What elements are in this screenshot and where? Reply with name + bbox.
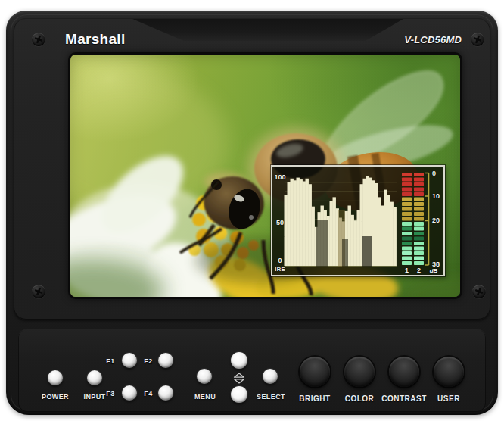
f4-button[interactable] bbox=[158, 385, 173, 401]
ire-unit-label: IRE bbox=[273, 266, 287, 273]
bright-knob[interactable] bbox=[300, 357, 330, 387]
channel-2-label: 2 bbox=[414, 267, 424, 274]
select-label: SELECT bbox=[250, 393, 292, 401]
bright-knob-label: BRIGHT bbox=[296, 394, 334, 403]
db-tick-0: 0 bbox=[432, 170, 436, 177]
screw-top-left bbox=[32, 33, 45, 46]
brand-logo: Marshall bbox=[65, 31, 126, 48]
audio-meter-scale-bracket bbox=[425, 173, 429, 266]
db-unit-label: dB bbox=[425, 267, 442, 275]
db-tick-10: 10 bbox=[432, 192, 440, 200]
f2-button[interactable] bbox=[158, 353, 173, 368]
f3-button[interactable] bbox=[122, 385, 137, 401]
ire-tick-100: 100 bbox=[274, 173, 286, 181]
osd-graphics bbox=[272, 167, 443, 275]
lcd-screen: 100 50 0 IRE 0 10 20 38 1 2 dB bbox=[70, 55, 460, 297]
input-button[interactable] bbox=[87, 370, 102, 385]
f1-button[interactable] bbox=[122, 353, 137, 368]
f1-label: F1 bbox=[103, 357, 118, 365]
contrast-knob[interactable] bbox=[389, 357, 419, 387]
nav-diamond-icon bbox=[233, 373, 245, 384]
screw-bottom-right bbox=[472, 285, 486, 298]
control-panel: POWER INPUT F1 F2 F3 F4 MENU SELECT BRIG… bbox=[18, 329, 486, 412]
monitor-body: Marshall V-LCD56MD bbox=[6, 11, 498, 415]
nav-down-button[interactable] bbox=[231, 386, 247, 403]
audio-meter-channel-1 bbox=[402, 173, 412, 265]
ire-tick-0: 0 bbox=[276, 257, 284, 264]
screw-top-right bbox=[471, 33, 484, 46]
channel-1-label: 1 bbox=[402, 267, 412, 274]
power-label: POWER bbox=[36, 393, 74, 401]
menu-label: MENU bbox=[186, 393, 224, 401]
product-photo: Marshall V-LCD56MD bbox=[0, 0, 504, 421]
select-button[interactable] bbox=[263, 369, 278, 384]
f4-label: F4 bbox=[141, 390, 156, 398]
contrast-knob-label: CONTRAST bbox=[381, 394, 427, 403]
model-label: V-LCD56MD bbox=[384, 34, 462, 45]
nav-up-button[interactable] bbox=[231, 352, 247, 369]
color-knob-label: COLOR bbox=[341, 394, 378, 403]
osd-overlay: 100 50 0 IRE 0 10 20 38 1 2 dB bbox=[271, 165, 445, 276]
front-bezel: Marshall V-LCD56MD bbox=[14, 18, 490, 320]
color-knob[interactable] bbox=[344, 357, 375, 387]
user-knob[interactable] bbox=[434, 357, 464, 387]
menu-button[interactable] bbox=[197, 369, 212, 384]
f3-label: F3 bbox=[103, 390, 118, 398]
bezel-top-recess bbox=[132, 19, 403, 41]
ire-tick-50: 50 bbox=[275, 219, 285, 226]
audio-meter-channel-2 bbox=[414, 173, 424, 265]
f2-label: F2 bbox=[141, 357, 156, 365]
user-knob-label: USER bbox=[430, 394, 468, 403]
screw-bottom-left bbox=[32, 285, 45, 298]
power-button[interactable] bbox=[48, 370, 63, 385]
db-tick-20: 20 bbox=[432, 217, 440, 224]
